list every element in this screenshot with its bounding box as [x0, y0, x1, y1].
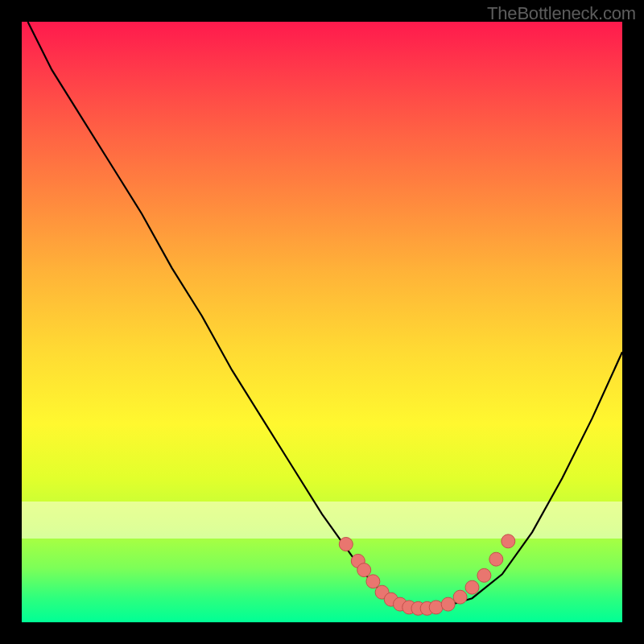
curve-marker [453, 590, 467, 604]
attribution-label: TheBottleneck.com [487, 3, 636, 24]
curve-marker [429, 601, 443, 614]
curve-marker [339, 538, 353, 551]
curve-markers [339, 535, 515, 616]
curve-marker [357, 564, 371, 577]
curve-marker [502, 535, 515, 548]
curve-marker [441, 597, 455, 611]
curve-marker [489, 552, 503, 566]
curve-marker [477, 568, 491, 582]
curve-marker [366, 575, 380, 588]
curve-marker [465, 580, 479, 594]
bottleneck-curve [28, 22, 623, 609]
chart-svg [22, 22, 622, 622]
chart-plot-area [22, 22, 622, 622]
